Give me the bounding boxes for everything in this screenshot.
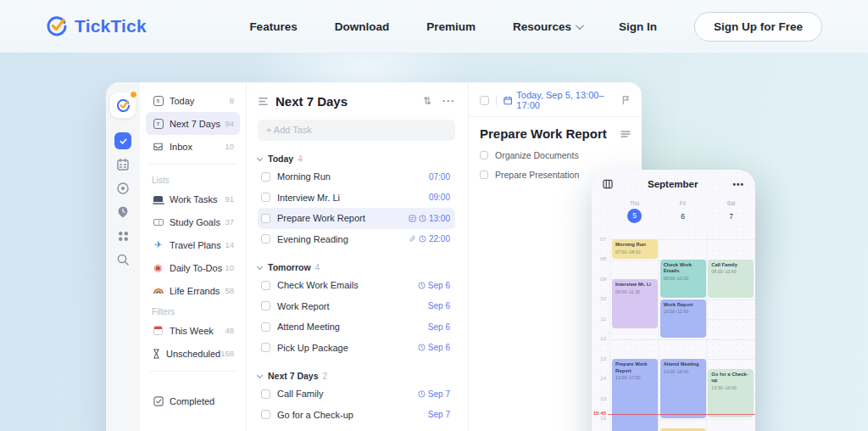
task-checkbox[interactable] bbox=[261, 322, 270, 332]
event-checkup[interactable]: Go for a Check-up 13:30–16:00 bbox=[708, 369, 754, 418]
nav-link-premium[interactable]: Premium bbox=[426, 20, 476, 33]
task-checkbox[interactable] bbox=[261, 281, 270, 290]
sidebar-item-today[interactable]: 5 Today 8 bbox=[146, 89, 240, 112]
detail-checkbox[interactable] bbox=[480, 96, 489, 105]
event-morning-run[interactable]: Morning Run 07:00–08:00 bbox=[612, 239, 658, 259]
paperclip-icon bbox=[409, 235, 416, 243]
rail-tasks-tab[interactable] bbox=[106, 129, 140, 153]
sort-icon[interactable]: ⇅ bbox=[423, 95, 431, 107]
group-header-today[interactable]: Today 4 bbox=[258, 151, 455, 166]
nav-link-download[interactable]: Download bbox=[335, 20, 390, 33]
date-number[interactable]: 7 bbox=[707, 210, 755, 223]
group-name: Tomorrow bbox=[268, 262, 311, 272]
group-header-next7days[interactable]: Next 7 Days 2 bbox=[258, 368, 455, 383]
task-meta: Sep 7 bbox=[428, 410, 450, 419]
target-icon: ◉ bbox=[152, 263, 164, 272]
task-row-prepare-work-report[interactable]: Prepare Work Report 13:00 bbox=[258, 208, 455, 229]
task-row-work-report[interactable]: Work Report Sep 6 bbox=[258, 296, 455, 317]
task-row-call-family[interactable]: Call Family Sep 7 bbox=[258, 383, 455, 405]
chevron-down-icon bbox=[257, 263, 263, 269]
sidebar-item-inbox[interactable]: Inbox 10 bbox=[146, 135, 240, 158]
task-row-checkup[interactable]: Go for a Check-up Sep 7 bbox=[258, 405, 455, 426]
sidebar-count: 91 bbox=[225, 194, 234, 204]
add-task-input[interactable]: + Add Task bbox=[258, 120, 455, 141]
sidebar-item-next7days[interactable]: 7 Next 7 Days 94 bbox=[146, 112, 240, 135]
rail-matrix-tab[interactable] bbox=[106, 224, 140, 248]
rail-pomodoro-tab[interactable] bbox=[106, 200, 140, 224]
detail-menu-icon[interactable] bbox=[620, 130, 631, 138]
sidebar-item-completed[interactable]: Completed bbox=[146, 389, 240, 412]
nav-link-resources-label: Resources bbox=[513, 20, 571, 33]
event-call-family[interactable]: Call Family 08:00–10:00 bbox=[708, 260, 754, 299]
nav-link-resources[interactable]: Resources bbox=[513, 20, 581, 33]
task-row-interview[interactable]: Interview Mr. Li 09:00 bbox=[258, 188, 455, 209]
more-icon[interactable]: ··· bbox=[442, 95, 455, 107]
event-title: Work Report bbox=[664, 302, 703, 309]
sidebar-item-this-week[interactable]: This Week 48 bbox=[146, 319, 240, 342]
sidebar-item-unscheduled[interactable]: Unscheduled 168 bbox=[146, 342, 240, 365]
sidebar-label: Today bbox=[170, 96, 194, 106]
task-checkbox[interactable] bbox=[261, 172, 270, 182]
day-header-row: Thu 5 Fri 6 Sat 7 bbox=[592, 199, 755, 232]
rail-focus-tab[interactable] bbox=[106, 176, 140, 200]
task-checkbox[interactable] bbox=[261, 343, 270, 352]
divider bbox=[149, 371, 236, 372]
task-row-attend-meeting[interactable]: Attend Meeting Sep 6 bbox=[258, 316, 455, 338]
ticktick-logo-icon bbox=[116, 98, 131, 113]
rail-calendar-tab[interactable] bbox=[106, 153, 140, 176]
task-checkbox[interactable] bbox=[261, 234, 270, 243]
ticktick-logo[interactable]: TickTick bbox=[46, 15, 147, 37]
sidebar-item-work-tasks[interactable]: Work Tasks 91 bbox=[146, 188, 240, 210]
sidebar-item-study-goals[interactable]: Study Goals 37 bbox=[146, 210, 240, 233]
calendar-emoji-icon bbox=[152, 326, 164, 335]
task-title: Pick Up Package bbox=[277, 343, 348, 353]
clock-icon bbox=[419, 215, 426, 222]
sidebar-item-daily-todos[interactable]: ◉ Daily To-Dos 10 bbox=[146, 256, 240, 279]
task-row-evening-reading[interactable]: Evening Reading 22:00 bbox=[258, 229, 455, 250]
event-time: 10:00–12:00 bbox=[664, 309, 703, 314]
divider bbox=[496, 95, 497, 105]
subtask-checkbox[interactable] bbox=[480, 151, 488, 160]
task-row-check-emails[interactable]: Check Work Emails Sep 6 bbox=[258, 275, 455, 296]
task-row-morning-run[interactable]: Morning Run 07:00 bbox=[258, 166, 455, 188]
chevron-down-icon bbox=[257, 154, 263, 160]
nav-link-features[interactable]: Features bbox=[249, 20, 297, 33]
view-switcher-icon[interactable] bbox=[603, 179, 613, 189]
event-prepare-work-report[interactable]: Prepare Work Report 13:00–17:00 bbox=[612, 359, 658, 431]
sign-in-link[interactable]: Sign In bbox=[619, 20, 657, 33]
day-sat[interactable]: Sat 7 bbox=[707, 199, 755, 232]
sidebar-label: Completed bbox=[170, 396, 214, 406]
event-attend-meeting[interactable]: Attend Meeting 13:00–16:00 bbox=[660, 359, 706, 418]
hour-label: 11 bbox=[592, 316, 606, 322]
flag-icon[interactable] bbox=[621, 95, 631, 105]
more-icon[interactable]: ••• bbox=[732, 180, 744, 189]
rail-search[interactable] bbox=[106, 248, 140, 271]
task-checkbox[interactable] bbox=[261, 389, 270, 399]
day-thu[interactable]: Thu 5 bbox=[610, 199, 659, 232]
detail-date[interactable]: Today, Sep 5, 13:00–17:00 bbox=[516, 90, 621, 110]
subtask-checkbox[interactable] bbox=[480, 171, 488, 179]
task-row-pick-up-package[interactable]: Pick Up Package Sep 6 bbox=[258, 338, 455, 359]
day-fri[interactable]: Fri 6 bbox=[659, 199, 707, 232]
task-checkbox[interactable] bbox=[261, 214, 270, 223]
event-check-work-emails[interactable]: Check Work Emails 08:00–10:00 bbox=[660, 260, 706, 299]
subtask-row[interactable]: Organize Documents bbox=[480, 150, 631, 160]
date-number[interactable]: 6 bbox=[659, 210, 707, 223]
app-logo-badge[interactable] bbox=[110, 92, 136, 118]
sidebar-label: Daily To-Dos bbox=[170, 263, 222, 273]
sidebar-item-travel-plans[interactable]: ✈ Travel Plans 14 bbox=[146, 233, 240, 256]
event-interview[interactable]: Interview Mr. Li 09:00–11:30 bbox=[612, 279, 658, 328]
completed-checkbox-icon bbox=[152, 396, 164, 406]
sidebar-count: 10 bbox=[225, 263, 234, 272]
task-checkbox[interactable] bbox=[261, 193, 270, 202]
event-work-report[interactable]: Work Report 10:00–12:00 bbox=[660, 299, 706, 339]
sidebar-toggle-icon[interactable] bbox=[258, 96, 269, 107]
date-number-active[interactable]: 5 bbox=[627, 209, 642, 223]
signup-button[interactable]: Sign Up for Free bbox=[694, 12, 822, 42]
group-header-tomorrow[interactable]: Tomorrow 4 bbox=[258, 260, 455, 275]
hour-label: 08 bbox=[592, 256, 606, 261]
task-checkbox[interactable] bbox=[261, 410, 270, 419]
sidebar-item-life-errands[interactable]: Life Errands 58 bbox=[146, 279, 240, 302]
task-checkbox[interactable] bbox=[261, 301, 270, 311]
next7days-calendar-icon: 7 bbox=[152, 119, 164, 129]
